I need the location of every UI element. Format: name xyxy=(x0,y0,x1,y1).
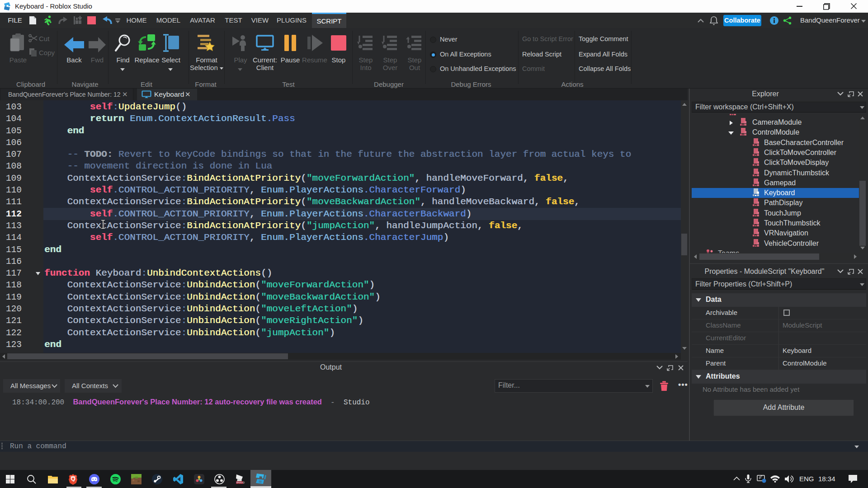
svg-text:RHAXO: RHAXO xyxy=(236,481,245,484)
